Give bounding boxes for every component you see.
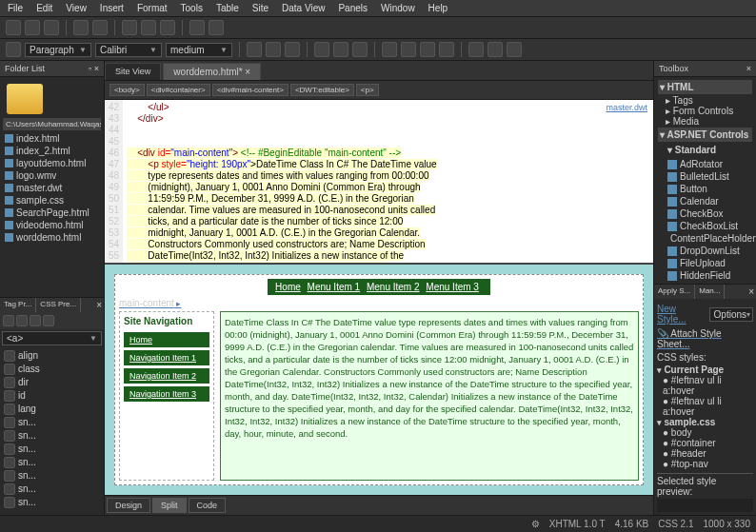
menu-insert[interactable]: Insert <box>100 3 124 13</box>
tab-site-view[interactable]: Site View <box>105 63 161 80</box>
preview-menu-item[interactable]: Menu Item 2 <box>367 282 420 292</box>
menu-window[interactable]: Window <box>381 3 415 13</box>
list-ul-button[interactable] <box>382 42 397 57</box>
options-combo[interactable]: Options▾ <box>709 307 753 322</box>
tag-combo[interactable]: <a>▼ <box>2 331 102 345</box>
style-rule[interactable]: ● #leftnav ul li a:hover <box>663 396 753 417</box>
toolbox-subgroup[interactable]: ▸ Tags <box>666 95 752 106</box>
crumb-item[interactable]: <p> <box>356 84 379 96</box>
style-rule[interactable]: ● #top-nav <box>663 459 753 469</box>
attr-row[interactable]: dir <box>2 376 102 389</box>
toolbox-group[interactable]: ▾ HTML <box>658 80 752 94</box>
file-item[interactable]: worddemo.html <box>3 231 101 244</box>
nav-link[interactable]: Home <box>124 332 209 347</box>
table-button[interactable] <box>507 42 522 57</box>
menu-help[interactable]: Help <box>428 3 448 13</box>
attr-row[interactable]: sn... <box>2 496 102 509</box>
attach-stylesheet-link[interactable]: 📎 Attach Style Sheet... <box>657 328 753 349</box>
attr-row[interactable]: class <box>2 363 102 376</box>
crumb-item[interactable]: <body> <box>109 84 145 96</box>
tab-document[interactable]: worddemo.html* × <box>163 63 261 80</box>
file-item[interactable]: SearchPage.html <box>3 207 101 219</box>
nav-link[interactable]: Navigation Item 1 <box>124 350 209 365</box>
style-button[interactable] <box>6 42 21 57</box>
menu-format[interactable]: Format <box>137 3 168 13</box>
indent-button[interactable] <box>439 42 454 57</box>
file-item[interactable]: index.html <box>3 132 101 145</box>
style-rule[interactable]: ● #header <box>663 448 753 459</box>
italic-button[interactable] <box>266 42 281 57</box>
tab-apply-styles[interactable]: Apply S... <box>654 285 695 299</box>
tab-manage-styles[interactable]: Man... <box>695 285 725 299</box>
attr-row[interactable]: sn... <box>2 443 102 456</box>
style-rule[interactable]: ● #container <box>663 438 753 448</box>
panel-pin-icon[interactable]: ▫ × <box>89 64 99 73</box>
close-icon[interactable]: × <box>245 67 250 77</box>
status-css[interactable]: CSS 2.1 <box>658 519 693 529</box>
paste-button[interactable] <box>160 20 175 35</box>
folder-path[interactable]: C:\Users\Muhammad.Waqas\Do <box>3 118 101 130</box>
font-combo[interactable]: Calibri▼ <box>95 43 162 57</box>
publish-button[interactable] <box>92 20 108 35</box>
menu-dataview[interactable]: Data View <box>282 3 325 13</box>
copy-button[interactable] <box>141 20 156 35</box>
outdent-button[interactable] <box>420 42 435 57</box>
editable-region-label[interactable]: main-content ▸ <box>119 298 639 308</box>
tab-design[interactable]: Design <box>107 498 150 513</box>
toolbox-item[interactable]: DropDownList <box>666 245 752 257</box>
preview-menu-item[interactable]: Menu Item 1 <box>308 282 361 292</box>
prop-btn3[interactable] <box>30 315 41 326</box>
style-rule[interactable]: ● #leftnav ul li a:hover <box>663 375 753 396</box>
save-button[interactable] <box>44 20 59 35</box>
close-icon[interactable]: × <box>746 64 751 73</box>
code-content[interactable]: master.dwt </ul> </div> <div id="main-co… <box>123 100 653 263</box>
menu-site[interactable]: Site <box>252 3 269 13</box>
preview-menu-item[interactable]: Home <box>275 282 301 292</box>
toolbox-subgroup[interactable]: ▸ Media <box>666 116 752 127</box>
align-left-button[interactable] <box>314 42 329 57</box>
new-style-link[interactable]: New Style... <box>657 304 706 325</box>
style-group[interactable]: ▾ sample.css <box>657 417 753 427</box>
toolbox-subgroup[interactable]: ▾ Standard <box>666 143 752 157</box>
toolbox-item[interactable]: CheckBoxList <box>666 220 752 232</box>
crumb-item[interactable]: <DWT:editable> <box>290 84 354 96</box>
attr-row[interactable]: sn... <box>2 416 102 429</box>
toolbox-subgroup[interactable]: ▸ Form Controls <box>666 106 752 116</box>
prop-btn4[interactable] <box>43 315 54 326</box>
menu-view[interactable]: View <box>66 3 87 13</box>
file-item[interactable]: master.dwt <box>3 182 101 194</box>
open-button[interactable] <box>25 20 40 35</box>
list-ol-button[interactable] <box>401 42 416 57</box>
attr-row[interactable]: id <box>2 389 102 403</box>
preview-content[interactable]: DateTime Class In C# The DateTime value … <box>220 311 639 481</box>
new-button[interactable] <box>6 20 21 35</box>
style-rule[interactable]: ● body <box>663 427 753 438</box>
file-item[interactable]: index_2.html <box>3 145 101 157</box>
color-button[interactable] <box>487 42 503 57</box>
align-right-button[interactable] <box>352 42 368 57</box>
bold-button[interactable] <box>247 42 262 57</box>
toolbox-item[interactable]: Button <box>666 183 752 195</box>
file-item[interactable]: sample.css <box>3 194 101 207</box>
align-center-button[interactable] <box>333 42 348 57</box>
attr-row[interactable]: lang <box>2 403 102 416</box>
tab-css-preview[interactable]: CSS Pre... <box>36 298 81 312</box>
menu-panels[interactable]: Panels <box>338 3 368 13</box>
status-dim[interactable]: 1000 x 330 <box>704 519 751 529</box>
tab-tag-properties[interactable]: Tag Pr... <box>0 298 36 312</box>
toolbox-item[interactable]: CheckBox <box>666 207 752 220</box>
size-combo[interactable]: medium▼ <box>166 43 232 57</box>
nav-link[interactable]: Navigation Item 3 <box>124 386 209 402</box>
status-doctype[interactable]: XHTML 1.0 T <box>549 519 606 529</box>
toolbox-group[interactable]: ▾ ASP.NET Controls <box>658 128 752 142</box>
close-icon[interactable]: × <box>746 285 756 299</box>
tab-split[interactable]: Split <box>152 498 187 513</box>
prop-btn2[interactable] <box>16 315 28 326</box>
undo-button[interactable] <box>189 20 205 35</box>
master-link[interactable]: master.dwt <box>606 102 647 113</box>
file-item[interactable]: layoutdemo.html <box>3 157 101 169</box>
status-icon[interactable]: ⚙ <box>531 519 540 529</box>
toolbox-item[interactable]: AdRotator <box>666 158 752 170</box>
prop-btn1[interactable] <box>3 315 14 326</box>
menu-edit[interactable]: Edit <box>36 3 52 13</box>
